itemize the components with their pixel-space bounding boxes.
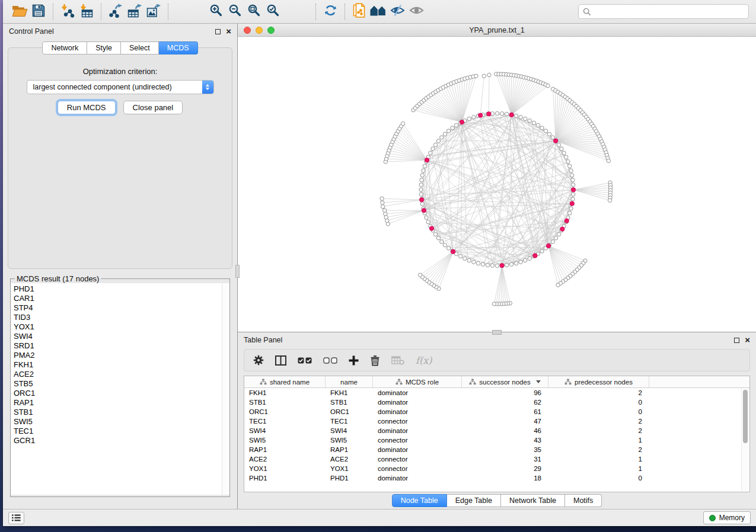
- minimize-window-icon[interactable]: [256, 27, 263, 34]
- duplicate-network-button[interactable]: [350, 3, 369, 21]
- table-row[interactable]: STB1STB1dominator620: [244, 398, 749, 407]
- close-window-icon[interactable]: [244, 27, 251, 34]
- zoom-in-button[interactable]: [206, 3, 225, 21]
- close-panel-button[interactable]: Close panel: [123, 101, 183, 114]
- checked-box-icon: [298, 357, 304, 364]
- tab-motifs[interactable]: Motifs: [565, 494, 602, 507]
- search-input[interactable]: [594, 6, 744, 18]
- float-panel-icon[interactable]: [734, 338, 739, 343]
- table-cell: ACE2: [244, 456, 326, 463]
- table-row[interactable]: TEC1TEC1connector472: [244, 416, 749, 426]
- run-mcds-button[interactable]: Run MCDS: [58, 101, 116, 114]
- deselect-all-button[interactable]: [323, 357, 337, 364]
- save-session-button[interactable]: [29, 3, 48, 21]
- table-settings-button[interactable]: [253, 355, 264, 366]
- zoom-fit-button[interactable]: [244, 3, 263, 21]
- refresh-layout-button[interactable]: [321, 3, 340, 21]
- mcds-node-item[interactable]: ORC1: [14, 389, 229, 398]
- zoom-selected-button[interactable]: [263, 3, 282, 21]
- mcds-result-listbox[interactable]: PHD1CAR1STP4TID3YOX1SWI4SRD1PMA2FKH1ACE2…: [11, 283, 229, 495]
- table-row[interactable]: PHD1PHD1dominator180: [244, 473, 749, 483]
- table-scrollbar-thumb[interactable]: [743, 390, 748, 443]
- toolbar-separator: [101, 4, 101, 20]
- tab-edge-table[interactable]: Edge Table: [447, 494, 501, 507]
- dropdown-selected-value: largest connected component (undirected): [33, 83, 172, 91]
- horizontal-splitter-handle[interactable]: [492, 330, 502, 335]
- hide-selected-button[interactable]: [388, 3, 407, 21]
- memory-button[interactable]: Memory: [703, 511, 751, 524]
- table-cell: 96: [462, 389, 548, 396]
- vertical-splitter-handle[interactable]: [235, 265, 240, 278]
- export-network-button[interactable]: [106, 3, 125, 21]
- table-row[interactable]: FKH1FKH1dominator962: [244, 388, 749, 398]
- show-hidden-button[interactable]: [407, 3, 426, 21]
- export-image-button[interactable]: [144, 3, 163, 21]
- memory-status-icon: [709, 515, 716, 521]
- network-window-titlebar[interactable]: YPA_prune.txt_1: [238, 24, 756, 37]
- import-network-button[interactable]: [58, 3, 77, 21]
- column-header-shared-name[interactable]: shared name: [244, 376, 326, 387]
- table-row[interactable]: RAP1RAP1dominator352: [244, 445, 749, 454]
- mcds-node-item[interactable]: GCR1: [14, 436, 229, 446]
- column-header-MCDS-role[interactable]: MCDS role: [373, 376, 462, 387]
- open-session-button[interactable]: [10, 3, 29, 21]
- mcds-node-item[interactable]: CAR1: [14, 294, 229, 303]
- tab-select[interactable]: Select: [121, 41, 159, 55]
- column-header-name[interactable]: name: [326, 376, 373, 387]
- column-header-predecessor-nodes[interactable]: predecessor nodes: [548, 376, 649, 387]
- table-row[interactable]: SWI5SWI5connector431: [244, 435, 749, 445]
- tab-style[interactable]: Style: [87, 41, 121, 55]
- double-home-button[interactable]: [369, 3, 388, 21]
- tab-network[interactable]: Network: [42, 41, 87, 55]
- show-columns-button[interactable]: [275, 355, 286, 366]
- table-cell: dominator: [373, 475, 462, 482]
- table-cell: RAP1: [326, 446, 373, 453]
- mcds-node-item[interactable]: STB5: [14, 379, 229, 389]
- mcds-node-item[interactable]: STP4: [14, 303, 229, 313]
- memory-label: Memory: [719, 514, 745, 522]
- export-table-button[interactable]: [125, 3, 144, 21]
- function-builder-button-disabled: f(x): [416, 355, 432, 366]
- toolbar-separator: [315, 4, 316, 20]
- mcds-node-item[interactable]: SWI4: [14, 332, 229, 341]
- network-canvas[interactable]: [238, 37, 756, 332]
- mcds-node-item[interactable]: TID3: [14, 313, 229, 322]
- tab-mcds[interactable]: MCDS: [159, 41, 198, 55]
- tab-network-table[interactable]: Network Table: [501, 494, 565, 507]
- mcds-node-item[interactable]: SRD1: [14, 341, 229, 351]
- float-panel-icon[interactable]: [215, 29, 221, 34]
- table-cell: YOX1: [326, 465, 373, 472]
- table-row[interactable]: ACE2ACE2connector311: [244, 454, 749, 464]
- table-scrollbar[interactable]: [741, 389, 749, 491]
- add-column-button[interactable]: [349, 355, 359, 366]
- mcds-node-item[interactable]: STB1: [14, 408, 229, 417]
- window-controls: [238, 27, 275, 34]
- optimization-criterion-dropdown[interactable]: largest connected component (undirected): [27, 80, 214, 94]
- table-row[interactable]: ORC1ORC1dominator610: [244, 407, 749, 416]
- mcds-node-item[interactable]: SWI5: [14, 417, 229, 427]
- close-panel-icon[interactable]: ×: [226, 28, 231, 34]
- table-row[interactable]: YOX1YOX1connector291: [244, 464, 749, 473]
- select-all-button[interactable]: [298, 357, 312, 364]
- mcds-node-item[interactable]: FKH1: [14, 360, 229, 370]
- table-row[interactable]: SWI4SWI4dominator462: [244, 426, 749, 435]
- task-history-button[interactable]: [8, 512, 24, 524]
- zoom-out-button[interactable]: [225, 3, 244, 21]
- delete-column-button[interactable]: [370, 355, 380, 366]
- maximize-window-icon[interactable]: [267, 27, 275, 34]
- mcds-node-item[interactable]: PMA2: [14, 351, 229, 360]
- search-field[interactable]: [578, 4, 749, 19]
- column-header-successor-nodes[interactable]: successor nodes: [462, 376, 548, 387]
- main-toolbar: [3, 0, 756, 24]
- mcds-node-item[interactable]: RAP1: [14, 398, 229, 408]
- close-panel-icon[interactable]: ×: [745, 337, 750, 343]
- import-table-button[interactable]: [77, 3, 96, 21]
- mcds-list-scrollbar[interactable]: [222, 283, 229, 495]
- node-table: shared namenameMCDS rolesuccessor nodesp…: [244, 376, 750, 492]
- mcds-node-item[interactable]: TEC1: [14, 427, 229, 436]
- mcds-node-item[interactable]: ACE2: [14, 370, 229, 379]
- mcds-node-item[interactable]: PHD1: [14, 284, 229, 294]
- mcds-result-list: PHD1CAR1STP4TID3YOX1SWI4SRD1PMA2FKH1ACE2…: [11, 283, 229, 446]
- mcds-node-item[interactable]: YOX1: [14, 322, 229, 332]
- tab-node-table[interactable]: Node Table: [392, 494, 447, 507]
